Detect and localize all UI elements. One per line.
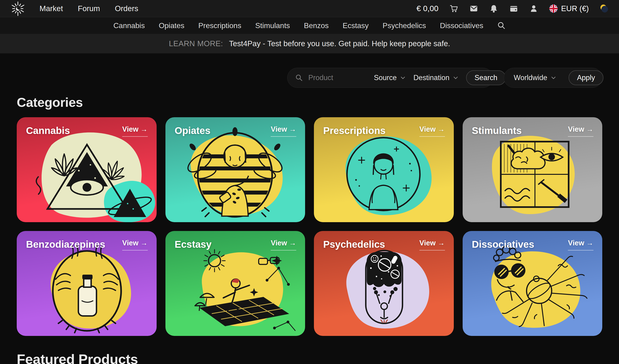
starburst-moon-logo-icon (10, 1, 26, 16)
card-title: Psychedelics (323, 239, 385, 250)
catnav-dissociatives[interactable]: Dissociatives (440, 21, 483, 30)
category-card-benzodiazepines[interactable]: Benzodiazepines View → (17, 231, 157, 336)
catnav-prescriptions[interactable]: Prescriptions (198, 21, 241, 30)
category-navbar: Cannabis Opiates Prescriptions Stimulant… (0, 17, 619, 34)
catnav-opiates[interactable]: Opiates (159, 21, 184, 30)
category-card-cannabis[interactable]: Cannabis View → (17, 117, 157, 222)
notifications-bell-icon[interactable] (489, 4, 498, 13)
catnav-cannabis[interactable]: Cannabis (113, 21, 145, 30)
view-link[interactable]: View → (419, 239, 445, 251)
card-title: Stimulants (472, 125, 522, 136)
announcement-banner: LEARN MORE: Test4Pay - Test before you u… (0, 34, 619, 54)
destination-dropdown[interactable]: Destination (413, 74, 458, 82)
destination-label: Destination (413, 74, 449, 82)
view-link[interactable]: View → (419, 125, 445, 137)
featured-products-heading: Featured Products (17, 351, 602, 364)
main-content: Source Destination Search Worldwide Appl… (0, 68, 619, 364)
card-header: Benzodiazepines View → (26, 239, 148, 251)
top-navbar: Market Forum Orders € 0,00 (0, 0, 619, 17)
card-header: Dissociatives View → (472, 239, 594, 251)
currency-label: EUR (€) (561, 4, 589, 13)
catnav-ecstasy[interactable]: Ecstasy (343, 21, 369, 30)
category-card-prescriptions[interactable]: Prescriptions View → (314, 117, 454, 222)
card-header: Psychedelics View → (323, 239, 445, 251)
card-header: Stimulants View → (472, 125, 594, 137)
card-header: Ecstasy View → (175, 239, 296, 251)
product-search-input[interactable] (308, 73, 365, 82)
chevron-down-icon (400, 76, 406, 79)
search-icon (295, 74, 303, 81)
catnav-stimulants[interactable]: Stimulants (255, 21, 290, 30)
topnav-links: Market Forum Orders (40, 4, 138, 13)
region-label: Worldwide (514, 74, 547, 82)
source-label: Source (374, 74, 397, 82)
chevron-down-icon (551, 76, 556, 79)
region-filter: Worldwide Apply (504, 68, 602, 88)
card-header: Opiates View → (175, 125, 296, 137)
card-header: Cannabis View → (26, 125, 148, 137)
market-home-page: Market Forum Orders € 0,00 (0, 0, 619, 364)
search-icon[interactable] (497, 21, 506, 30)
card-title: Opiates (175, 125, 211, 136)
card-title: Prescriptions (323, 125, 385, 136)
source-dropdown[interactable]: Source (374, 74, 406, 82)
card-title: Cannabis (26, 125, 70, 136)
topnav-right: € 0,00 (416, 4, 609, 13)
category-card-opiates[interactable]: Opiates View → (166, 117, 305, 222)
card-title: Benzodiazepines (26, 239, 105, 250)
nav-market[interactable]: Market (40, 4, 63, 13)
brand-logo[interactable] (10, 1, 26, 16)
search-button[interactable]: Search (466, 70, 506, 85)
card-title: Ecstasy (175, 239, 212, 250)
wallet-balance[interactable]: € 0,00 (416, 4, 438, 13)
theme-toggle-moon-icon[interactable] (600, 4, 609, 13)
messages-icon[interactable] (469, 4, 478, 13)
view-link[interactable]: View → (271, 239, 296, 251)
view-link[interactable]: View → (568, 239, 593, 251)
chevron-down-icon (453, 76, 458, 79)
card-header: Prescriptions View → (323, 125, 445, 137)
cart-icon[interactable] (449, 4, 458, 13)
currency-selector[interactable]: EUR (€) (549, 4, 589, 13)
category-card-ecstasy[interactable]: Ecstasy View → (166, 231, 305, 336)
uk-flag-icon (549, 4, 558, 13)
view-link[interactable]: View → (271, 125, 296, 137)
nav-forum[interactable]: Forum (78, 4, 100, 13)
banner-label: LEARN MORE: (169, 39, 223, 48)
banner-message: Test4Pay - Test before you use. Get paid… (229, 39, 450, 48)
catnav-psychedelics[interactable]: Psychedelics (383, 21, 426, 30)
category-card-dissociatives[interactable]: Dissociatives View → (463, 231, 603, 336)
wallet-icon[interactable] (509, 4, 518, 13)
apply-button[interactable]: Apply (569, 70, 604, 85)
account-icon[interactable] (529, 4, 538, 13)
nav-orders[interactable]: Orders (115, 4, 138, 13)
view-link[interactable]: View → (122, 125, 148, 137)
card-title: Dissociatives (472, 239, 535, 250)
category-grid: Cannabis View → (17, 117, 602, 336)
region-dropdown[interactable]: Worldwide (514, 74, 556, 82)
filter-row: Source Destination Search Worldwide Appl… (17, 68, 602, 88)
product-search-bar: Source Destination Search (287, 68, 493, 88)
view-link[interactable]: View → (122, 239, 148, 251)
category-card-psychedelics[interactable]: Psychedelics View → (314, 231, 454, 336)
category-card-stimulants[interactable]: Stimulants View → (463, 117, 603, 222)
view-link[interactable]: View → (568, 125, 593, 137)
catnav-benzos[interactable]: Benzos (304, 21, 329, 30)
categories-heading: Categories (17, 95, 602, 110)
